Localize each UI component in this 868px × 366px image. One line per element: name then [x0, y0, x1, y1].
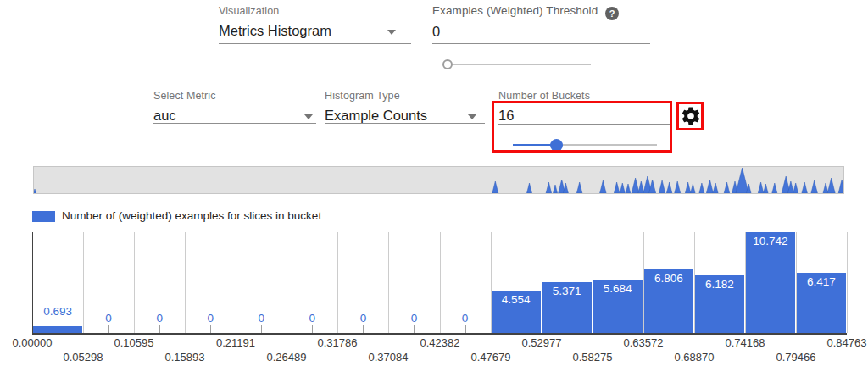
annotation-stem — [108, 325, 109, 333]
settings-button[interactable] — [680, 105, 702, 127]
overview-spike — [546, 182, 552, 193]
visualization-label: Visualization — [219, 5, 411, 17]
x-tick-label: 0.47679 — [471, 351, 511, 363]
gridline — [847, 232, 848, 333]
threshold-slider-thumb[interactable] — [442, 59, 453, 69]
overview-spike — [638, 181, 644, 193]
threshold-value: 0 — [432, 24, 440, 39]
visualization-control: Visualization Metrics Histogram — [219, 5, 411, 42]
gridline — [440, 232, 441, 333]
bar-value-label: 0 — [156, 312, 163, 324]
gridline — [185, 232, 186, 333]
chevron-down-icon — [387, 30, 396, 35]
overview-spike — [492, 181, 498, 193]
y-axis-line — [32, 232, 33, 333]
histogram-type-value: Example Counts — [325, 108, 427, 123]
bar-value-label: 6.806 — [654, 272, 683, 285]
x-tick-label: 0.00000 — [13, 336, 53, 349]
overview-spike — [811, 180, 818, 193]
highlight-box-buckets — [492, 101, 672, 152]
visualization-underline — [219, 43, 411, 44]
x-tick-label: 0.37084 — [369, 351, 409, 363]
chevron-down-icon — [304, 114, 313, 119]
histogram-type-underline — [325, 123, 485, 124]
overview-spike — [600, 180, 607, 193]
bar-value-label: 10.742 — [753, 235, 787, 247]
bar-value-label: 6.182 — [705, 278, 734, 291]
bar-value-label: 0 — [105, 312, 112, 324]
metric-underline — [153, 123, 316, 124]
x-tick-label: 0.05298 — [64, 351, 103, 363]
overview-spike — [793, 183, 798, 193]
x-tick-label: 0.74168 — [726, 336, 765, 349]
threshold-label-text: Examples (Weighted) Threshold — [432, 4, 598, 17]
slices-overview-strip — [33, 166, 844, 194]
bar-value-label: 6.417 — [807, 275, 836, 288]
bar-value-label: 5.684 — [604, 282, 632, 295]
overview-spike — [34, 189, 36, 193]
annotation-stem — [414, 325, 415, 333]
x-tick-label: 0.63572 — [624, 336, 664, 349]
gridline — [134, 232, 135, 333]
visualization-value: Metrics Histogram — [219, 23, 331, 38]
legend-label: Number of (weighted) examples for slices… — [62, 209, 321, 222]
overview-spike — [614, 182, 620, 193]
annotation-stem — [210, 325, 211, 333]
overview-spike — [736, 168, 748, 193]
metrics-histogram-view: Visualization Metrics Histogram Examples… — [0, 0, 868, 366]
overview-spike — [724, 182, 730, 193]
threshold-control: Examples (Weighted) Threshold? 0 — [432, 4, 650, 42]
threshold-input[interactable]: 0 — [432, 24, 650, 42]
bar-value-label: 0 — [259, 312, 265, 324]
gridline — [236, 232, 236, 333]
histogram-type-control: Histogram Type Example Counts — [325, 90, 485, 126]
overview-spike — [666, 182, 672, 193]
overview-spike — [554, 185, 558, 193]
overview-spike — [827, 178, 835, 193]
x-tick-label: 0.84763 — [827, 336, 867, 349]
overview-spike — [764, 184, 769, 193]
bar-value-label: 0 — [462, 312, 469, 324]
overview-spike — [620, 183, 625, 193]
metric-label: Select Metric — [153, 90, 316, 102]
x-tick-label: 0.68870 — [675, 351, 715, 363]
annotation-stem — [312, 325, 313, 333]
bar-value-label: 0 — [360, 312, 367, 324]
annotation-stem — [58, 319, 58, 326]
overview-spike — [713, 183, 718, 193]
overview-spike — [626, 184, 631, 193]
overview-spike — [527, 183, 532, 193]
x-tick-label: 0.26489 — [267, 351, 307, 363]
visualization-dropdown[interactable]: Metrics Histogram — [219, 23, 411, 42]
overview-spike — [772, 183, 777, 193]
legend-swatch — [32, 211, 55, 222]
overview-spike — [576, 182, 582, 193]
bar-value-label: 4.554 — [502, 293, 531, 306]
histogram-bar[interactable] — [33, 326, 82, 333]
annotation-stem — [465, 325, 466, 333]
bar-value-label: 0 — [207, 312, 214, 324]
annotation-stem — [261, 325, 262, 333]
bar-value-label: 0 — [411, 312, 418, 324]
overview-spike — [699, 183, 704, 193]
x-tick-label: 0.58275 — [573, 351, 613, 363]
buckets-label: Number of Buckets — [498, 90, 670, 102]
help-icon[interactable]: ? — [605, 7, 619, 20]
threshold-slider-track[interactable] — [448, 64, 591, 65]
x-tick-label: 0.52977 — [522, 336, 562, 349]
metric-value: auc — [153, 108, 176, 123]
histogram-x-axis: 0.000000.052980.105950.158930.211910.264… — [32, 336, 847, 364]
overview-spike — [758, 182, 764, 193]
overview-spike — [685, 182, 691, 193]
gridline — [337, 232, 338, 333]
x-tick-label: 0.31786 — [318, 336, 358, 349]
x-tick-label: 0.42382 — [420, 336, 460, 349]
overview-spike — [802, 182, 808, 193]
overview-spike — [838, 180, 843, 193]
gridline — [83, 232, 84, 333]
histogram-type-label: Histogram Type — [325, 90, 485, 102]
gear-icon — [680, 105, 702, 127]
bar-value-label: 0.693 — [43, 305, 72, 318]
overview-spike — [823, 183, 828, 193]
gridline — [388, 232, 389, 333]
